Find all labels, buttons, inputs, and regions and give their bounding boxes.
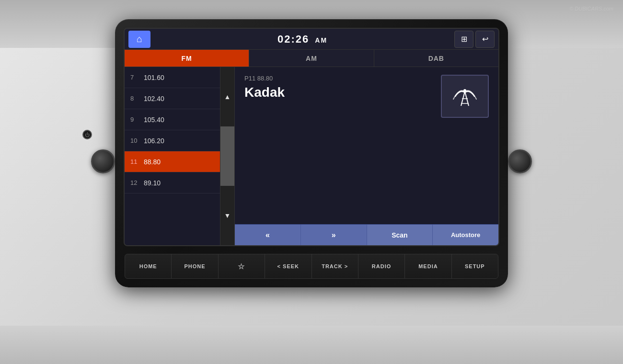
table-row[interactable]: 8 102.40 (125, 88, 220, 109)
scroll-down-button[interactable]: ▼ (220, 186, 234, 245)
grid-icon: ⊞ (461, 34, 467, 44)
table-row[interactable]: 11 88.80 (125, 151, 220, 172)
scroll-track (220, 126, 234, 186)
station-code: P11 88.80 (244, 75, 433, 82)
radio-tower-icon (441, 75, 489, 118)
autostore-button[interactable]: Autostore (433, 225, 498, 245)
phys-btn-track[interactable]: TRACK > (312, 254, 358, 278)
freq-number: 10 (130, 137, 144, 144)
time-display: 02:26 AM (152, 33, 452, 46)
radio-tabs: FM AM DAB (125, 50, 498, 67)
scroll-up-button[interactable]: ▲ (220, 67, 234, 126)
phys-btn-radio[interactable]: RADIO (358, 254, 405, 278)
rewind-icon: « (265, 231, 270, 239)
table-row[interactable]: 9 105.40 (125, 109, 220, 130)
station-text: P11 88.80 Kadak (244, 75, 433, 100)
rewind-button[interactable]: « (235, 225, 301, 245)
top-bar: ⌂ 02:26 AM ⊞ ↩ (125, 29, 498, 50)
phys-btn-star[interactable]: ☆ (219, 254, 265, 278)
table-row[interactable]: 10 106.20 (125, 130, 220, 151)
tab-fm[interactable]: FM (125, 50, 249, 67)
scan-label: Scan (392, 231, 407, 239)
forward-icon: » (332, 231, 336, 239)
freq-number: 9 (130, 116, 144, 123)
main-content: 7 101.60 8 102.40 9 105.40 10 106.20 11 … (125, 67, 498, 245)
table-row[interactable]: 12 89.10 (125, 172, 220, 193)
phys-btn-media[interactable]: MEDIA (405, 254, 451, 278)
phys-btn-phone[interactable]: PHONE (172, 254, 218, 278)
freq-value: 102.40 (144, 95, 164, 102)
forward-button[interactable]: » (301, 225, 367, 245)
station-name: Kadak (244, 85, 433, 100)
phys-btn-home[interactable]: HOME (125, 254, 172, 278)
tab-dab[interactable]: DAB (374, 50, 498, 67)
svg-point-5 (463, 89, 466, 92)
table-row[interactable]: 7 101.60 (125, 67, 220, 88)
station-info: P11 88.80 Kadak (235, 67, 498, 224)
power-button[interactable]: ⏻ (82, 130, 92, 139)
freq-value: 101.60 (144, 74, 164, 81)
home-screen-button[interactable]: ⌂ (128, 31, 150, 48)
autostore-label: Autostore (451, 231, 480, 239)
scan-button[interactable]: Scan (367, 225, 433, 245)
freq-number: 8 (130, 95, 144, 102)
grid-button[interactable]: ⊞ (454, 31, 473, 48)
freq-number: 7 (130, 74, 144, 81)
phys-btn-setup[interactable]: SETUP (452, 254, 498, 278)
watermark: © DUBICARS.com (569, 6, 613, 11)
screen: ⌂ 02:26 AM ⊞ ↩ FM (124, 28, 499, 246)
car-infotainment-unit: ⌂ 02:26 AM ⊞ ↩ FM (96, 19, 527, 345)
physical-buttons-row: HOMEPHONE☆< SEEKTRACK >RADIOMEDIASETUP (125, 254, 498, 279)
back-icon: ↩ (482, 34, 488, 44)
tab-am[interactable]: AM (249, 50, 374, 67)
time-value: 02:26 (277, 33, 309, 45)
freq-number: 12 (130, 179, 144, 186)
phys-btn-seek[interactable]: < SEEK (265, 254, 312, 278)
freq-value: 88.80 (144, 158, 161, 166)
tower-svg (450, 82, 479, 111)
bezel: ⌂ 02:26 AM ⊞ ↩ FM (115, 19, 508, 287)
home-icon: ⌂ (137, 34, 142, 45)
now-playing-panel: P11 88.80 Kadak (235, 67, 498, 245)
freq-value: 106.20 (144, 137, 164, 145)
playback-controls: « » Scan Autostore (235, 224, 498, 245)
right-knob[interactable] (508, 149, 532, 173)
top-right-buttons: ⊞ ↩ (454, 31, 495, 48)
frequency-list: 7 101.60 8 102.40 9 105.40 10 106.20 11 … (125, 67, 220, 245)
freq-value: 105.40 (144, 116, 164, 124)
scroll-column: ▲ ▼ (220, 67, 235, 245)
left-knob[interactable] (91, 149, 115, 173)
freq-value: 89.10 (144, 179, 161, 187)
time-ampm: AM (315, 36, 327, 44)
freq-number: 11 (130, 158, 144, 165)
back-button[interactable]: ↩ (475, 31, 495, 48)
